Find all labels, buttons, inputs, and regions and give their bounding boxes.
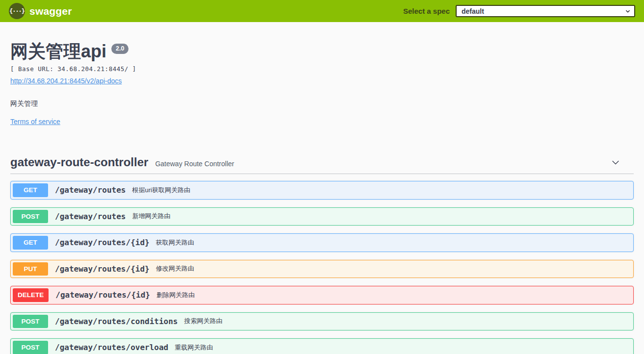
endpoint-summary: 修改网关路由 (156, 264, 194, 273)
opblock-post-gateway-routes-overload[interactable]: POST /gateway/routes/overload 重载网关路由 (10, 338, 634, 354)
endpoint-summary: 删除网关路由 (156, 291, 195, 300)
opblock-delete-gateway-routes-id[interactable]: DELETE /gateway/routes/{id} 删除网关路由 (10, 286, 634, 304)
endpoint-path: /gateway/routes/{id} (55, 238, 150, 247)
spec-selector: Select a spec default (403, 5, 635, 17)
endpoint-summary: 重载网关路由 (175, 343, 213, 352)
api-docs-link[interactable]: http://34.68.204.21:8445/v2/api-docs (10, 77, 122, 85)
spec-select[interactable]: default (456, 5, 635, 17)
endpoint-path: /gateway/routes/{id} (55, 290, 150, 300)
method-badge: POST (13, 315, 48, 329)
tag-description: Gateway Route Controller (155, 160, 234, 168)
select-spec-label: Select a spec (403, 7, 450, 15)
chevron-down-icon[interactable] (611, 158, 634, 167)
base-url: [ Base URL: 34.68.204.21:8445/ ] (10, 65, 634, 73)
version-badge: 2.0 (111, 44, 129, 54)
page-title: 网关管理api (10, 43, 106, 60)
method-badge: GET (13, 183, 48, 197)
opblock-get-gateway-routes[interactable]: GET /gateway/routes 根据uri获取网关路由 (10, 181, 634, 200)
spec-select-wrap: default (456, 5, 635, 17)
endpoint-summary: 搜索网关路由 (184, 317, 222, 326)
tag-header-gateway-route-controller[interactable]: gateway-route-controller Gateway Route C… (10, 155, 634, 174)
topbar: {···} swagger Select a spec default (0, 0, 644, 22)
terms-of-service-link[interactable]: Terms of service (10, 118, 60, 126)
endpoint-path: /gateway/routes (55, 185, 126, 195)
opblock-post-gateway-routes[interactable]: POST /gateway/routes 新增网关路由 (10, 207, 634, 226)
endpoint-path: /gateway/routes/{id} (55, 264, 150, 274)
opblock-get-gateway-routes-id[interactable]: GET /gateway/routes/{id} 获取网关路由 (10, 233, 634, 252)
endpoint-path: /gateway/routes/conditions (55, 317, 178, 326)
method-badge: PUT (13, 262, 48, 276)
endpoint-path: /gateway/routes (55, 212, 126, 221)
tag-name: gateway-route-controller (10, 155, 148, 169)
endpoint-path: /gateway/routes/overload (55, 343, 168, 352)
method-badge: GET (13, 236, 48, 250)
swagger-logo-text: swagger (29, 5, 72, 17)
method-badge: DELETE (13, 288, 49, 302)
endpoint-summary: 获取网关路由 (156, 238, 194, 247)
endpoint-summary: 新增网关路由 (132, 212, 171, 221)
opblock-post-gateway-routes-conditions[interactable]: POST /gateway/routes/conditions 搜索网关路由 (10, 312, 634, 331)
tag-section: gateway-route-controller Gateway Route C… (10, 155, 634, 354)
method-badge: POST (13, 341, 48, 354)
endpoint-summary: 根据uri获取网关路由 (132, 186, 190, 195)
api-description: 网关管理 (10, 100, 634, 108)
swagger-braces-icon: {···} (9, 3, 25, 19)
operations-list: GET /gateway/routes 根据uri获取网关路由 POST /ga… (10, 181, 634, 354)
method-badge: POST (13, 210, 48, 224)
opblock-put-gateway-routes-id[interactable]: PUT /gateway/routes/{id} 修改网关路由 (10, 260, 634, 278)
swagger-logo: {···} swagger (9, 3, 72, 19)
api-info: 网关管理api 2.0 [ Base URL: 34.68.204.21:844… (10, 22, 634, 126)
